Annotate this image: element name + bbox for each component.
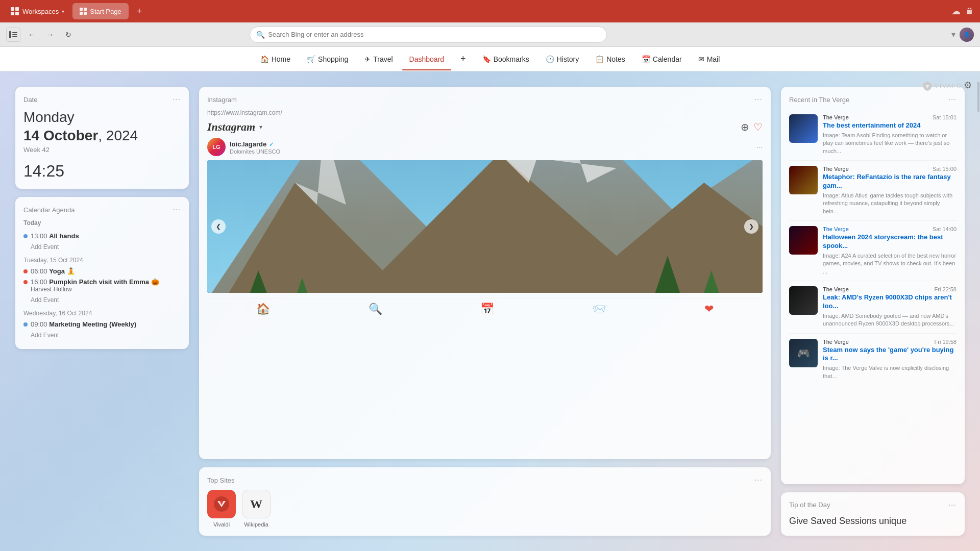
instagram-plus-icon[interactable]: ⊕ — [741, 121, 749, 133]
calendar-nav-icon: 📅 — [642, 55, 650, 63]
instagram-search-footer-icon[interactable]: 🔍 — [369, 303, 382, 316]
tip-widget-header: Tip of the Day ··· — [789, 500, 957, 510]
instagram-more-icon[interactable]: ··· — [756, 143, 763, 151]
verge-title-2[interactable]: Metaphor: ReFantazio is the rare fantasy… — [823, 173, 957, 190]
instagram-heart-icon[interactable]: ♡ — [753, 121, 763, 133]
nav-item-bookmarks[interactable]: 🔖 Bookmarks — [475, 52, 536, 66]
nav-item-calendar[interactable]: 📅 Calendar — [634, 52, 689, 66]
verge-title-3[interactable]: Halloween 2024 storyscream: the best spo… — [823, 233, 957, 251]
refresh-icon: ↻ — [65, 31, 71, 39]
wikipedia-site-icon: W — [242, 490, 271, 518]
event-name: All hands — [49, 232, 79, 240]
profile-avatar[interactable]: 👤 — [960, 28, 974, 42]
nav-history-label: History — [557, 55, 579, 63]
tuesday-label: Tuesday, 15 Oct 2024 — [23, 257, 181, 264]
instagram-next-button[interactable]: ❯ — [744, 219, 758, 234]
verge-content-2: The Verge Sat 15:00 Metaphor: ReFantazio… — [823, 166, 957, 215]
verge-article-2: The Verge Sat 15:00 Metaphor: ReFantazio… — [789, 161, 957, 221]
verge-widget-header: Recent in The Verge ··· — [789, 95, 957, 104]
calendar-today-label: Today — [23, 219, 181, 227]
event-dot — [23, 280, 28, 284]
nav-mail-label: Mail — [707, 55, 720, 63]
verge-widget-menu[interactable]: ··· — [948, 95, 957, 104]
nav-notes-label: Notes — [606, 55, 625, 63]
trash-icon[interactable]: 🗑 — [966, 7, 974, 16]
tip-widget-title: Tip of the Day — [789, 501, 830, 509]
cloud-sync-icon[interactable]: ☁ — [951, 6, 961, 17]
instagram-widget-menu[interactable]: ··· — [754, 95, 763, 104]
verge-widget: Recent in The Verge ··· The Verge Sat 15… — [781, 87, 965, 484]
nav-item-plus[interactable]: + — [453, 51, 473, 67]
instagram-home-icon[interactable]: 🏠 — [256, 303, 270, 316]
event-name: Marketing Meeting (Weekly) — [49, 320, 136, 328]
nav-item-shopping[interactable]: 🛒 Shopping — [300, 52, 355, 66]
date-widget-menu[interactable]: ··· — [173, 95, 181, 104]
nav-bookmarks-label: Bookmarks — [494, 55, 529, 63]
new-tab-button[interactable]: + — [133, 6, 146, 17]
refresh-button[interactable]: ↻ — [61, 28, 76, 42]
dropdown-icon[interactable]: ▾ — [951, 30, 955, 39]
verge-title-4[interactable]: Leak: AMD's Ryzen 9000X3D chips aren't l… — [823, 293, 957, 311]
instagram-heart-footer-icon[interactable]: ❤ — [704, 303, 714, 316]
instagram-send-icon[interactable]: 📨 — [592, 303, 606, 316]
instagram-user-label: loic.lagarde — [230, 140, 266, 148]
verge-article-3: The Verge Sat 14:00 Halloween 2024 story… — [789, 221, 957, 281]
top-sites-menu[interactable]: ··· — [754, 475, 763, 485]
instagram-calendar-footer-icon[interactable]: 📅 — [480, 303, 494, 316]
bookmarks-nav-icon: 🔖 — [482, 55, 491, 63]
add-event-today-button[interactable]: Add Event — [23, 241, 181, 253]
sidebar-toggle-button[interactable] — [6, 28, 20, 42]
nav-item-notes[interactable]: 📋 Notes — [588, 52, 632, 66]
nav-item-history[interactable]: 🕐 History — [538, 52, 586, 66]
instagram-prev-button[interactable]: ❮ — [211, 219, 226, 234]
shopping-nav-icon: 🛒 — [307, 55, 315, 63]
mail-nav-icon: ✉ — [698, 55, 704, 63]
nav-item-home[interactable]: 🏠 Home — [253, 52, 298, 66]
date-widget: Date ··· Monday 14 October, 2024 Week 42… — [15, 87, 189, 189]
svg-rect-4 — [80, 8, 83, 11]
vivaldi-site-label: Vivaldi — [213, 521, 230, 528]
calendar-event-allhands: 13:00 All hands — [23, 231, 181, 241]
verge-desc-3: Image: A24 A curated selection of the be… — [823, 252, 957, 276]
calendar-event-yoga: 06:00 Yoga 🧘 — [23, 266, 181, 277]
instagram-widget-header: Instagram ··· — [207, 95, 763, 104]
settings-button[interactable]: ⚙ — [964, 80, 972, 91]
event-dot — [23, 322, 28, 327]
verge-title-5[interactable]: Steam now says the 'game' you're buying … — [823, 346, 957, 363]
date-widget-header: Date ··· — [23, 95, 181, 104]
top-site-vivaldi[interactable]: Vivaldi — [207, 490, 236, 528]
instagram-footer: 🏠 🔍 📅 📨 ❤ — [207, 298, 763, 316]
nav-item-mail[interactable]: ✉ Mail — [691, 52, 727, 66]
verge-desc-2: Image: Atlus Atlus' game tackles tough s… — [823, 192, 957, 215]
wednesday-label: Wednesday, 16 Oct 2024 — [23, 310, 181, 317]
start-page-tab[interactable]: Start Page — [72, 3, 128, 19]
back-icon: ← — [28, 31, 35, 39]
add-event-tuesday-button[interactable]: Add Event — [23, 294, 181, 306]
nav-item-dashboard[interactable]: Dashboard — [402, 52, 452, 66]
verge-meta-2: The Verge Sat 15:00 — [823, 166, 957, 172]
verge-source-1: The Verge — [823, 114, 849, 120]
calendar-widget-menu[interactable]: ··· — [173, 205, 181, 214]
top-sites-widget: Top Sites ··· Vivaldi — [199, 467, 771, 536]
tip-widget: Tip of the Day ··· Give Saved Sessions u… — [781, 492, 965, 536]
verge-time-1: Sat 15:01 — [933, 114, 957, 120]
top-site-wikipedia[interactable]: W Wikipedia — [242, 490, 271, 528]
add-event-wednesday-button[interactable]: Add Event — [23, 330, 181, 341]
forward-button[interactable]: → — [43, 28, 57, 42]
back-button[interactable]: ← — [24, 28, 39, 42]
svg-rect-3 — [15, 12, 19, 15]
tip-widget-menu[interactable]: ··· — [948, 500, 957, 510]
calendar-event-marketing: 09:00 Marketing Meeting (Weekly) — [23, 319, 181, 330]
workspaces-button[interactable]: Workspaces ▾ — [6, 5, 68, 18]
nav-item-travel[interactable]: ✈ Travel — [357, 52, 400, 66]
instagram-chevron-icon[interactable]: ▾ — [259, 123, 262, 131]
travel-nav-icon: ✈ — [364, 55, 371, 63]
search-input[interactable] — [268, 31, 600, 38]
svg-rect-7 — [84, 12, 87, 15]
verge-time-3: Sat 14:00 — [933, 226, 957, 232]
event-time: 13:00 — [31, 232, 49, 240]
verge-title-1[interactable]: The best entertainment of 2024 — [823, 121, 957, 130]
verge-source-4: The Verge — [823, 286, 849, 292]
nav-travel-label: Travel — [373, 55, 393, 63]
event-sub: Harvest Hollow — [31, 286, 159, 293]
